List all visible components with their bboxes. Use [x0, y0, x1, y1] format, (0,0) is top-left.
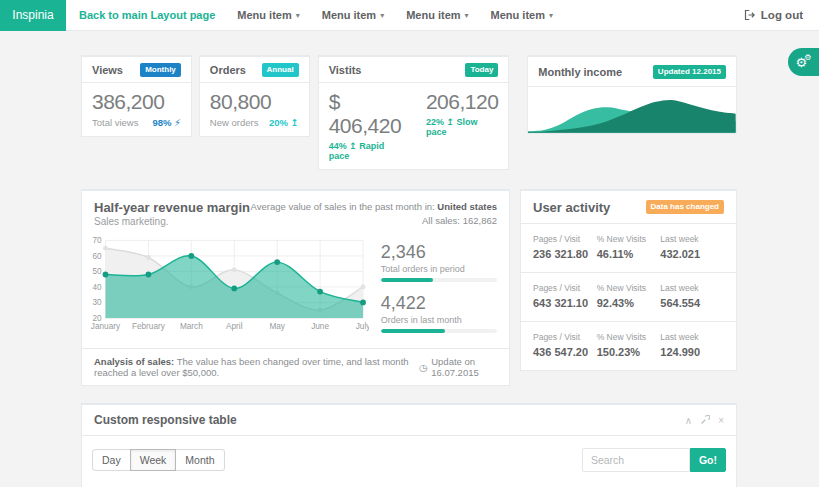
pages-visit-label: Pages / Visit: [533, 234, 597, 244]
chevron-down-icon: ▾: [380, 11, 384, 20]
chevron-down-icon: ▾: [296, 11, 300, 20]
svg-text:70: 70: [92, 236, 102, 245]
visits-card-title: Vistits: [329, 64, 362, 76]
visits-card: Vistits Today $ 406,420 44% ↥ Rapid pace…: [318, 55, 510, 170]
orders-card-title: Orders: [210, 64, 246, 76]
level-up-icon: ↥: [446, 117, 454, 127]
logout-label: Log out: [761, 9, 803, 21]
projects-table: # Project Name Phone Company Completed T…: [92, 482, 728, 487]
pages-visit-value: 643 321.10: [533, 297, 597, 309]
last-week-label: Last week: [660, 332, 724, 342]
week-button[interactable]: Week: [130, 449, 177, 471]
col-action: Action: [692, 482, 728, 487]
visits-metric-2: 22%: [426, 117, 444, 127]
orders-value: 80,800: [210, 90, 299, 114]
last-week-value: 432.021: [660, 248, 724, 260]
search-input[interactable]: [582, 448, 690, 472]
menu-item-label: Menu item: [322, 9, 376, 21]
pages-visit-value: 436 547.20: [533, 346, 597, 358]
pages-visit-value: 236 321.80: [533, 248, 597, 260]
update-date: Update on 16.07.2015: [431, 356, 497, 378]
visits-value-2: 206,120: [426, 90, 498, 114]
monthly-badge: Monthly: [140, 63, 181, 77]
svg-text:50: 50: [92, 267, 102, 276]
page-content: Views Monthly 386,200 Total views 98% ⚡ …: [81, 55, 737, 487]
menu-item-2[interactable]: Menu item ▾: [322, 9, 384, 21]
last-week-label: Last week: [660, 283, 724, 293]
new-visits-label: % New Visits: [597, 283, 661, 293]
month-button[interactable]: Month: [175, 449, 224, 471]
new-visits-label: % New Visits: [597, 332, 661, 342]
last-week-label: Last week: [660, 234, 724, 244]
top-navbar: Inspinia Back to main Layout page Menu i…: [0, 0, 819, 31]
views-card-title: Views: [92, 64, 123, 76]
today-badge: Today: [465, 63, 498, 77]
col-phone: Phone: [332, 482, 406, 487]
orders-card: Orders Annual 80,800 New orders 20% ↥: [199, 55, 310, 137]
close-icon[interactable]: ×: [718, 415, 724, 426]
monthly-income-title: Monthly income: [538, 66, 622, 78]
clock-icon: ◷: [419, 362, 427, 373]
orders-last-month-label: Orders in last month: [381, 315, 497, 325]
svg-text:January: January: [91, 322, 121, 331]
monthly-income-card: Monthly income Updated 12.2015: [527, 55, 737, 134]
brand-logo[interactable]: Inspinia: [0, 0, 66, 31]
svg-text:February: February: [132, 322, 166, 331]
gear-small-icon: ⚙: [804, 54, 811, 62]
views-value: 386,200: [92, 90, 181, 114]
bolt-icon: ⚡: [174, 117, 181, 128]
col-completed: Completed: [534, 482, 592, 487]
revenue-panel: Half-year revenue margin Sales marketing…: [81, 189, 510, 387]
collapse-icon[interactable]: ∧: [685, 415, 692, 426]
orders-last-month-value: 4,422: [381, 293, 497, 314]
svg-text:July: July: [356, 322, 369, 331]
go-button[interactable]: Go!: [690, 448, 726, 472]
new-visits-value: 150.23%: [597, 346, 661, 358]
svg-text:40: 40: [92, 283, 102, 292]
revenue-note-country: United states: [437, 201, 497, 212]
orders-label: New orders: [210, 117, 259, 128]
logout-button[interactable]: Log out: [744, 9, 803, 21]
orders-in-period-value: 2,346: [381, 242, 497, 263]
revenue-title: Half-year revenue margin: [94, 200, 250, 215]
theme-config-button[interactable]: ⚙ ⚙: [788, 48, 819, 76]
middle-row: Half-year revenue margin Sales marketing…: [81, 170, 737, 387]
svg-text:April: April: [226, 322, 243, 331]
pages-visit-label: Pages / Visit: [533, 283, 597, 293]
back-to-layout-link[interactable]: Back to main Layout page: [79, 9, 215, 21]
col-date: Date: [630, 482, 692, 487]
revenue-subtitle: Sales marketing.: [94, 216, 250, 227]
user-activity-title: User activity: [533, 200, 610, 215]
orders-metric: 20%: [269, 117, 288, 128]
pages-visit-label: Pages / Visit: [533, 332, 597, 342]
visits-value-1: $ 406,420: [329, 90, 404, 138]
new-visits-value: 92.43%: [597, 297, 661, 309]
user-activity-panel: User activity Data has changed Pages / V…: [520, 189, 737, 371]
menu-item-4[interactable]: Menu item ▾: [491, 9, 553, 21]
activity-row: Pages / Visit436 547.20 % New Visits150.…: [521, 322, 736, 370]
day-button[interactable]: Day: [92, 449, 131, 471]
stat-cards-row: Views Monthly 386,200 Total views 98% ⚡ …: [81, 55, 737, 170]
table-panel-title: Custom responsive table: [94, 413, 237, 427]
views-label: Total views: [92, 117, 138, 128]
level-up-icon: ↥: [291, 117, 299, 128]
monthly-income-chart: [528, 87, 736, 133]
col-project: Project: [114, 482, 260, 487]
activity-row: Pages / Visit643 321.10 % New Visits92.4…: [521, 273, 736, 322]
svg-text:May: May: [269, 322, 285, 331]
col-company: Company: [406, 482, 534, 487]
svg-text:March: March: [180, 322, 203, 331]
updated-badge: Updated 12.2015: [653, 65, 726, 79]
analysis-label: Analysis of sales:: [94, 356, 174, 367]
revenue-area-chart: 203040506070JanuaryFebruaryMarchAprilMay…: [90, 236, 369, 332]
wrench-icon[interactable]: [700, 415, 710, 425]
col-name: Name: [260, 482, 332, 487]
range-button-group: Day Week Month: [92, 449, 225, 471]
menu-item-3[interactable]: Menu item ▾: [406, 9, 468, 21]
chevron-down-icon: ▾: [549, 11, 553, 20]
menu-item-1[interactable]: Menu item ▾: [237, 9, 299, 21]
orders-in-period-label: Total orders in period: [381, 264, 497, 274]
custom-table-panel: Custom responsive table ∧ × Day Week Mon…: [81, 403, 737, 487]
svg-text:60: 60: [92, 252, 102, 261]
level-up-icon: ↥: [349, 141, 357, 151]
